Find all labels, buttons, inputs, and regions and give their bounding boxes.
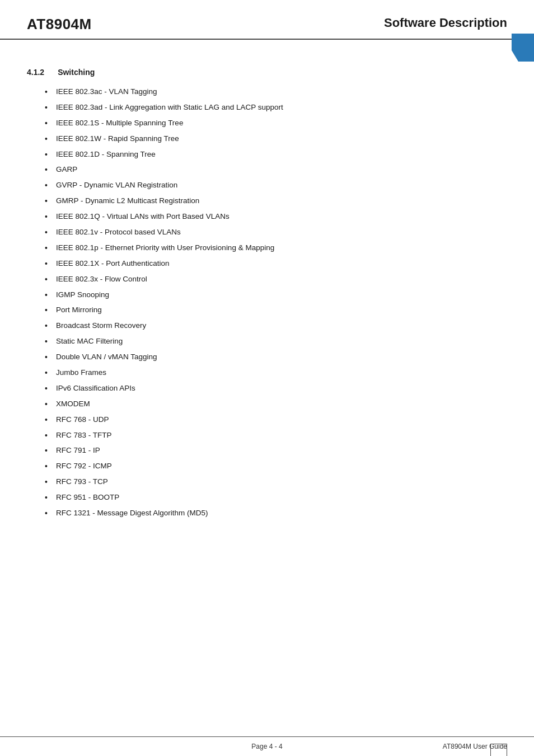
- list-item: IEEE 802.1X - Port Authentication: [45, 259, 507, 269]
- list-item: IEEE 802.1v - Protocol based VLANs: [45, 227, 507, 238]
- footer-box: [490, 744, 507, 756]
- list-item: RFC 791 - IP: [45, 445, 507, 456]
- list-item: RFC 783 - TFTP: [45, 430, 507, 441]
- list-item: GVRP - Dynamic VLAN Registration: [45, 180, 507, 191]
- list-item: RFC 768 - UDP: [45, 415, 507, 425]
- corner-decoration: [512, 34, 534, 62]
- list-item: XMODEM: [45, 399, 507, 410]
- main-content: 4.1.2 Switching IEEE 802.3ac - VLAN Tagg…: [0, 40, 534, 557]
- section-heading: 4.1.2 Switching: [27, 68, 507, 77]
- list-item: IEEE 802.1W - Rapid Spanning Tree: [45, 134, 507, 144]
- footer: Page 4 - 4 AT8904M User Guide: [0, 736, 534, 756]
- list-item: IPv6 Classification APIs: [45, 383, 507, 394]
- list-item: IEEE 802.3x - Flow Control: [45, 274, 507, 285]
- list-item: Double VLAN / vMAN Tagging: [45, 352, 507, 363]
- list-item: GMRP - Dynamic L2 Multicast Registration: [45, 196, 507, 206]
- corner-shape: [512, 34, 534, 62]
- page-container: AT8904M Software Description 4.1.2 Switc…: [0, 0, 534, 756]
- section-title: Switching: [58, 68, 95, 77]
- list-item: RFC 951 - BOOTP: [45, 492, 507, 503]
- footer-page: Page 4 - 4: [251, 743, 282, 750]
- list-item: IEEE 802.3ad - Link Aggregation with Sta…: [45, 102, 507, 113]
- list-item: IGMP Snooping: [45, 290, 507, 300]
- list-item: IEEE 802.1p - Ethernet Priority with Use…: [45, 243, 507, 253]
- list-item: IEEE 802.1Q - Virtual LANs with Port Bas…: [45, 212, 507, 222]
- section-number: 4.1.2: [27, 68, 44, 77]
- header: AT8904M Software Description: [0, 0, 534, 40]
- switching-list: IEEE 802.3ac - VLAN TaggingIEEE 802.3ad …: [27, 87, 507, 519]
- list-item: GARP: [45, 165, 507, 175]
- list-item: RFC 1321 - Message Digest Algorithm (MD5…: [45, 508, 507, 519]
- list-item: IEEE 802.1D - Spanning Tree: [45, 149, 507, 160]
- list-item: IEEE 802.1S - Multiple Spanning Tree: [45, 118, 507, 129]
- list-item: RFC 792 - ICMP: [45, 461, 507, 472]
- list-item: Port Mirroring: [45, 305, 507, 316]
- header-doc-title: Software Description: [384, 16, 507, 30]
- list-item: Broadcast Storm Recovery: [45, 321, 507, 331]
- list-item: Static MAC Filtering: [45, 336, 507, 347]
- list-item: IEEE 802.3ac - VLAN Tagging: [45, 87, 507, 97]
- header-product-name: AT8904M: [27, 16, 92, 33]
- list-item: Jumbo Frames: [45, 368, 507, 378]
- list-item: RFC 793 - TCP: [45, 477, 507, 487]
